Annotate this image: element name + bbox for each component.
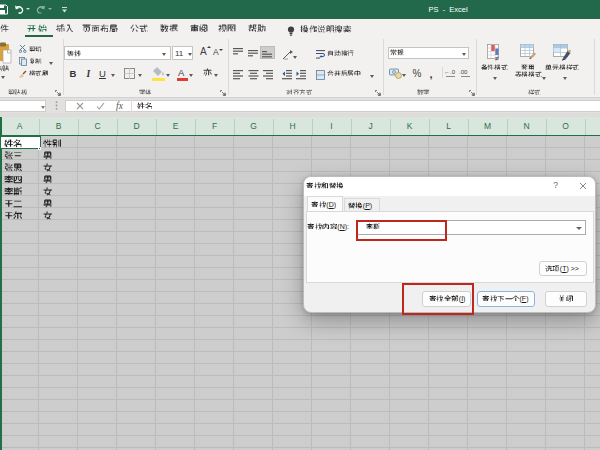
svg-text:.00: .00 bbox=[459, 69, 468, 75]
svg-text:←.0: ←.0 bbox=[444, 69, 456, 75]
svg-text:≠: ≠ bbox=[495, 55, 499, 62]
